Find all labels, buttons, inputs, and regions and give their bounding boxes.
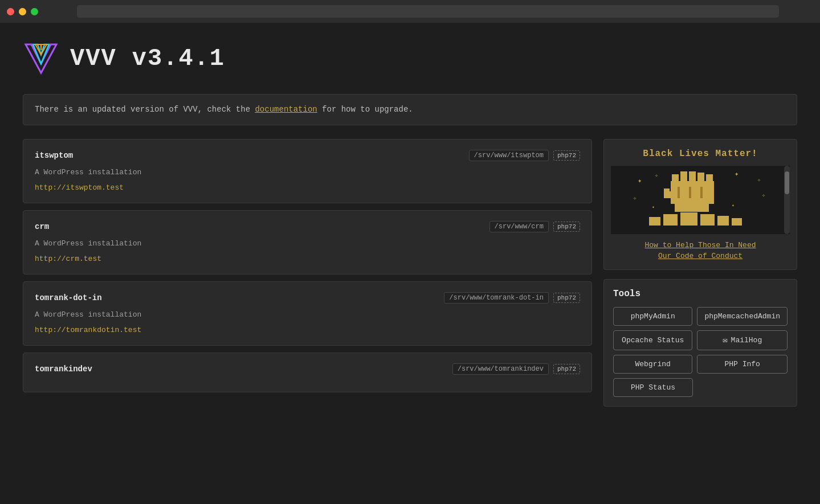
site-path: /srv/www/tomrankindev bbox=[452, 363, 549, 375]
webgrind-button[interactable]: Webgrind bbox=[613, 355, 692, 374]
scrollbar-thumb bbox=[785, 171, 789, 194]
site-meta: /srv/www/crm php72 bbox=[489, 221, 580, 232]
site-url[interactable]: http://crm.test bbox=[35, 255, 101, 263]
mailhog-button[interactable]: ✉ MailHog bbox=[697, 330, 788, 350]
svg-rect-19 bbox=[664, 189, 670, 193]
site-card-header: itswptom /srv/www/itswptom php72 bbox=[35, 150, 580, 161]
maximize-button[interactable] bbox=[31, 8, 38, 15]
site-path: /srv/www/crm bbox=[489, 221, 549, 232]
site-name: tomrank-dot-in bbox=[35, 293, 102, 302]
site-meta: /srv/www/tomrankindev php72 bbox=[452, 363, 580, 375]
site-description: A WordPress installation bbox=[35, 310, 580, 319]
site-path: /srv/www/tomrank-dot-in bbox=[444, 292, 549, 304]
blm-links: How to Help Those In Need Our Code of Co… bbox=[613, 241, 788, 260]
svg-rect-26 bbox=[680, 212, 697, 226]
documentation-link[interactable]: documentation bbox=[255, 105, 317, 114]
tools-grid: phpMyAdmin phpMemcachedAdmin Opcache Sta… bbox=[613, 307, 788, 397]
svg-text:✦: ✦ bbox=[638, 177, 642, 185]
right-column: Black Lives Matter! ✦ ✧ ✦ ✧ ✧ ✧ bbox=[603, 139, 797, 407]
site-meta: /srv/www/tomrank-dot-in php72 bbox=[444, 292, 580, 304]
svg-rect-12 bbox=[680, 171, 687, 181]
site-description: A WordPress installation bbox=[35, 239, 580, 248]
php-badge: php72 bbox=[553, 364, 580, 374]
svg-rect-25 bbox=[663, 214, 678, 226]
blm-pixel-art-svg: ✦ ✧ ✦ ✧ ✧ ✧ bbox=[621, 166, 780, 234]
scrollbar[interactable] bbox=[784, 166, 790, 234]
blm-link-help[interactable]: How to Help Those In Need bbox=[613, 241, 788, 249]
php-badge: php72 bbox=[553, 222, 580, 232]
titlebar bbox=[0, 0, 820, 23]
svg-rect-22 bbox=[689, 187, 691, 198]
site-card-tomrank-dot-in: tomrank-dot-in /srv/www/tomrank-dot-in p… bbox=[23, 281, 592, 346]
site-name: itswptom bbox=[35, 151, 73, 160]
svg-text:✦: ✦ bbox=[652, 204, 655, 210]
update-text-after: for how to upgrade. bbox=[317, 105, 413, 114]
update-text-before: There is an updated version of VVV, chec… bbox=[35, 105, 255, 114]
svg-text:✧: ✧ bbox=[762, 192, 765, 199]
blm-image: ✦ ✧ ✦ ✧ ✧ ✧ bbox=[611, 166, 790, 234]
blm-title: Black Lives Matter! bbox=[613, 149, 788, 159]
svg-rect-11 bbox=[672, 174, 679, 181]
svg-rect-23 bbox=[700, 187, 703, 198]
page-header: VVV v3.4.1 bbox=[23, 40, 797, 77]
svg-rect-16 bbox=[671, 181, 714, 187]
mailhog-icon: ✉ bbox=[723, 335, 727, 345]
update-notice: There is an updated version of VVV, chec… bbox=[23, 94, 797, 125]
site-card-header: tomrankindev /srv/www/tomrankindev php72 bbox=[35, 363, 580, 375]
blm-panel: Black Lives Matter! ✦ ✧ ✦ ✧ ✧ ✧ bbox=[603, 139, 797, 270]
svg-rect-27 bbox=[700, 214, 715, 226]
site-card-crm: crm /srv/www/crm php72 A WordPress insta… bbox=[23, 210, 592, 274]
site-card-header: crm /srv/www/crm php72 bbox=[35, 221, 580, 232]
phpmyadmin-button[interactable]: phpMyAdmin bbox=[613, 307, 692, 326]
svg-text:✧: ✧ bbox=[633, 195, 637, 202]
svg-rect-24 bbox=[649, 217, 660, 226]
phpmemcachedadmin-button[interactable]: phpMemcachedAdmin bbox=[697, 307, 788, 326]
svg-rect-14 bbox=[697, 173, 704, 181]
site-meta: /srv/www/itswptom php72 bbox=[469, 150, 580, 161]
svg-text:✦: ✦ bbox=[735, 170, 739, 178]
sites-list: itswptom /srv/www/itswptom php72 A WordP… bbox=[23, 139, 592, 392]
close-button[interactable] bbox=[7, 8, 14, 15]
main-layout: itswptom /srv/www/itswptom php72 A WordP… bbox=[23, 139, 797, 407]
tools-title: Tools bbox=[613, 289, 788, 299]
minimize-button[interactable] bbox=[19, 8, 26, 15]
vvv-logo bbox=[23, 40, 60, 77]
site-url[interactable]: http://tomrankdotin.test bbox=[35, 326, 141, 334]
site-card-header: tomrank-dot-in /srv/www/tomrank-dot-in p… bbox=[35, 292, 580, 304]
site-card-itswptom: itswptom /srv/www/itswptom php72 A WordP… bbox=[23, 139, 592, 203]
php-badge: php72 bbox=[553, 150, 580, 161]
tools-panel: Tools phpMyAdmin phpMemcachedAdmin Opcac… bbox=[603, 279, 797, 407]
site-url[interactable]: http://itswptom.test bbox=[35, 183, 124, 192]
site-description: A WordPress installation bbox=[35, 168, 580, 177]
svg-rect-29 bbox=[732, 218, 742, 226]
phpinfo-button[interactable]: PHP Info bbox=[697, 355, 788, 374]
blm-link-conduct[interactable]: Our Code of Conduct bbox=[613, 252, 788, 260]
site-name: crm bbox=[35, 222, 49, 231]
svg-rect-17 bbox=[671, 187, 714, 204]
address-bar[interactable] bbox=[77, 5, 779, 18]
svg-rect-21 bbox=[678, 187, 680, 198]
site-card-tomrankindev: tomrankindev /srv/www/tomrankindev php72 bbox=[23, 353, 592, 392]
site-path: /srv/www/itswptom bbox=[469, 150, 549, 161]
opcache-status-button[interactable]: Opcache Status bbox=[613, 330, 692, 350]
page-title: VVV v3.4.1 bbox=[70, 45, 225, 72]
site-name: tomrankindev bbox=[35, 364, 92, 374]
svg-rect-20 bbox=[675, 204, 709, 212]
svg-rect-15 bbox=[706, 174, 713, 181]
svg-text:✧: ✧ bbox=[655, 173, 658, 179]
phpstatus-button[interactable]: PHP Status bbox=[613, 378, 693, 397]
main-content: VVV v3.4.1 There is an updated version o… bbox=[0, 23, 820, 424]
svg-rect-13 bbox=[689, 171, 696, 181]
php-badge: php72 bbox=[553, 293, 580, 303]
svg-text:✦: ✦ bbox=[732, 203, 735, 208]
svg-text:✧: ✧ bbox=[757, 177, 761, 183]
svg-rect-28 bbox=[717, 216, 729, 226]
